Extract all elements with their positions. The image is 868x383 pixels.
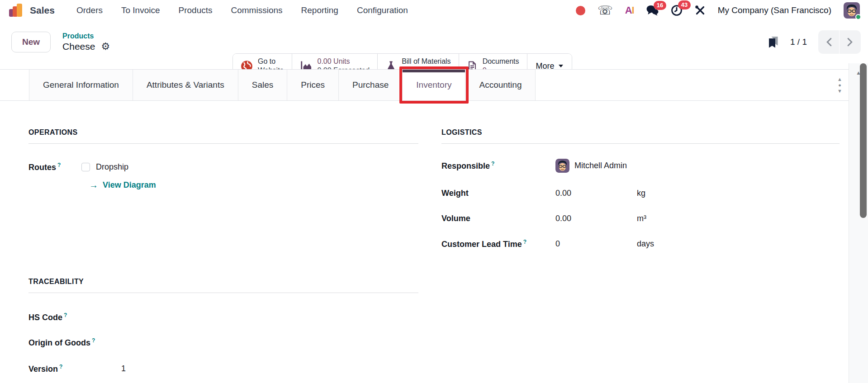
origin-of-goods-label: Origin of Goods? [28,337,121,348]
weight-value[interactable]: 0.00 [555,189,637,198]
menu-configuration[interactable]: Configuration [357,5,408,15]
tab-attributes-variants[interactable]: Attributes & Variants [133,70,238,100]
volume-unit: m³ [637,214,646,223]
tab-purchase[interactable]: Purchase [339,70,403,100]
help-icon: ? [523,239,526,245]
scrollbar-thumb[interactable] [860,63,867,218]
app-name[interactable]: Sales [30,5,55,16]
dropship-checkbox[interactable] [81,163,90,171]
company-switcher[interactable]: My Company (San Francisco) [718,5,831,15]
routes-label: Routes? [28,162,81,172]
menu-to-invoice[interactable]: To Invoice [121,5,160,15]
version-label: Version? [28,364,121,374]
weight-unit: kg [637,189,645,198]
help-icon: ? [57,162,61,168]
breadcrumb: Products Cheese ⚙ [62,32,110,52]
arrow-right-icon: → [89,180,98,190]
bookmark-icon [768,36,779,49]
help-icon: ? [491,161,494,167]
menu-reporting[interactable]: Reporting [301,5,338,15]
bookmark-button[interactable] [768,36,779,49]
user-avatar[interactable] [844,2,860,19]
menu-products[interactable]: Products [179,5,213,15]
record-indicator-icon[interactable] [576,6,585,15]
responsible-avatar [555,159,569,173]
operations-section-title: OPERATIONS [28,128,418,144]
breadcrumb-products[interactable]: Products [62,32,110,40]
customer-lead-time-row: Customer Lead Time? 0 days [441,236,654,251]
ai-icon[interactable]: AI [625,5,634,16]
activities-badge: 43 [678,0,691,9]
customer-lead-time-label: Customer Lead Time? [441,239,555,249]
apps-menu-icon[interactable] [9,4,23,17]
control-panel: New Products Cheese ⚙ Go to Website 0. [0,21,868,63]
hs-code-label: HS Code? [28,312,121,322]
voip-phone-icon[interactable]: ☏ [598,5,613,17]
tab-scroll-widget[interactable]: ▲ ● ▼ [837,76,842,94]
main-menu: Orders To Invoice Products Commissions R… [76,5,408,15]
volume-label: Volume [441,214,555,223]
online-status-icon [855,14,861,20]
view-diagram-link[interactable]: → View Diagram [89,177,156,193]
customer-lead-time-value[interactable]: 0 [555,239,637,249]
tab-sales[interactable]: Sales [238,70,288,100]
version-value[interactable]: 1 [121,364,203,374]
tab-inventory[interactable]: Inventory [403,70,465,100]
next-record-button[interactable] [840,30,861,54]
tab-general-information[interactable]: General Information [29,70,133,100]
tab-accounting[interactable]: Accounting [465,70,536,100]
messages-icon[interactable]: 16 [646,5,659,16]
activities-icon[interactable]: 43 [671,5,683,16]
scroll-down-icon: ▼ [837,88,842,94]
traceability-section-title: TRACEABILITY [28,278,418,293]
logistics-section-title: LOGISTICS [441,128,840,144]
scroll-dot-icon: ● [838,82,841,88]
breadcrumb-current: Cheese [62,41,95,52]
chevron-left-icon [825,38,832,47]
menu-commissions[interactable]: Commissions [231,5,283,15]
weight-row: Weight 0.00 kg [441,185,645,201]
top-navbar: Sales Orders To Invoice Products Commiss… [0,0,868,21]
previous-record-button[interactable] [818,30,840,54]
help-icon: ? [92,337,95,344]
responsible-value[interactable]: Mitchell Admin [574,161,627,170]
responsible-label: Responsible? [441,161,555,171]
origin-of-goods-row: Origin of Goods? [28,335,203,350]
messages-badge: 16 [654,1,666,10]
chevron-right-icon [847,38,854,47]
chevron-down-icon [559,65,563,67]
hs-code-row: HS Code? [28,309,203,325]
menu-orders[interactable]: Orders [76,5,103,15]
volume-row: Volume 0.00 m³ [441,211,646,226]
help-icon: ? [59,364,62,370]
dropship-label[interactable]: Dropship [96,162,128,172]
routes-row: Routes? Dropship [28,159,128,175]
new-button[interactable]: New [11,32,51,52]
weight-label: Weight [441,189,555,198]
avatar-image-icon [555,159,569,173]
debug-tools-icon[interactable] [695,5,706,16]
help-icon: ? [64,312,67,318]
record-pager[interactable]: 1 / 1 [790,37,807,47]
tab-prices[interactable]: Prices [287,70,339,100]
responsible-row: Responsible? Mitchell Admin [441,157,627,174]
gear-icon[interactable]: ⚙ [101,42,110,52]
customer-lead-time-unit: days [637,239,654,249]
notebook-tabs: General Information Attributes & Variant… [0,69,849,101]
scroll-up-icon: ▲ [837,76,842,82]
version-row: Version? 1 [28,361,203,376]
volume-value[interactable]: 0.00 [555,214,637,223]
